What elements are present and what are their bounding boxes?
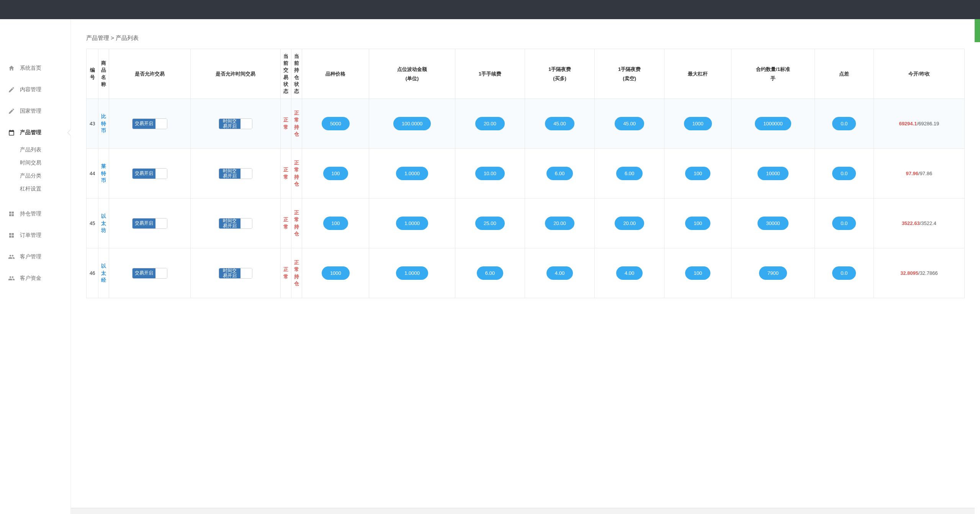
cell-max-leverage: 100 bbox=[664, 199, 731, 248]
overnight-buy-pill[interactable]: 20.00 bbox=[545, 217, 574, 230]
point-pill[interactable]: 100.0000 bbox=[393, 117, 431, 130]
cell-allow-trade: 交易开启 bbox=[109, 149, 190, 199]
leverage-pill[interactable]: 100 bbox=[685, 266, 710, 280]
sidebar-sub-leverage[interactable]: 杠杆设置 bbox=[0, 182, 70, 195]
cell-contract: 1000000 bbox=[731, 99, 815, 149]
cell-overnight-buy: 20.00 bbox=[525, 199, 594, 248]
time-toggle[interactable]: 时间交易开启 bbox=[219, 118, 252, 129]
cell-id: 46 bbox=[87, 248, 98, 298]
cell-fee: 20.00 bbox=[455, 99, 525, 149]
cell-contract: 7900 bbox=[731, 248, 815, 298]
overnight-sell-pill[interactable]: 4.00 bbox=[616, 266, 643, 280]
cell-allow-time: 时间交易开启 bbox=[190, 149, 281, 199]
sidebar-sub-product-list[interactable]: 产品列表 bbox=[0, 143, 70, 156]
fee-pill[interactable]: 20.00 bbox=[475, 117, 505, 130]
cell-name[interactable]: 比特币 bbox=[98, 99, 109, 149]
overnight-sell-pill[interactable]: 20.00 bbox=[615, 217, 644, 230]
trade-toggle[interactable]: 交易开启 bbox=[132, 168, 167, 179]
users-icon bbox=[8, 253, 15, 261]
price-pill[interactable]: 5000 bbox=[322, 117, 350, 130]
sidebar-item-customer[interactable]: 客户管理 bbox=[0, 246, 70, 268]
table-row: 46以太经交易开启时间交易开启正常正常持仓10001.00006.004.004… bbox=[87, 248, 965, 298]
cell-fee: 25.00 bbox=[455, 199, 525, 248]
trade-toggle[interactable]: 交易开启 bbox=[132, 268, 167, 279]
cell-trade-status: 正常 bbox=[281, 199, 291, 248]
cell-open-close: 32.8095/32.7866 bbox=[874, 248, 964, 298]
sidebar-subs-product: 产品列表 时间交易 产品分类 杠杆设置 bbox=[0, 143, 70, 203]
breadcrumb: 产品管理 > 产品列表 bbox=[86, 34, 965, 42]
col-max-leverage: 最大杠杆 bbox=[664, 49, 731, 99]
sidebar-item-content[interactable]: 内容管理 bbox=[0, 79, 70, 100]
main-content: 产品管理 > 产品列表 编号 商品名称 是否允许交易 是否允许时间交易 当前交易… bbox=[71, 19, 980, 514]
table-row: 44莱特币交易开启时间交易开启正常正常持仓1001.000010.006.006… bbox=[87, 149, 965, 199]
sidebar-item-product[interactable]: 产品管理 bbox=[0, 122, 70, 143]
col-id: 编号 bbox=[87, 49, 98, 99]
point-pill[interactable]: 1.0000 bbox=[396, 167, 428, 180]
trade-toggle[interactable]: 交易开启 bbox=[132, 218, 167, 229]
leverage-pill[interactable]: 100 bbox=[685, 217, 710, 230]
overnight-buy-pill[interactable]: 4.00 bbox=[546, 266, 573, 280]
fee-pill[interactable]: 25.00 bbox=[475, 217, 505, 230]
horizontal-scrollbar[interactable] bbox=[71, 508, 975, 514]
spread-pill[interactable]: 0.0 bbox=[832, 117, 856, 130]
sidebar-item-position[interactable]: 持仓管理 bbox=[0, 203, 70, 225]
topbar bbox=[0, 0, 980, 19]
contract-pill[interactable]: 1000000 bbox=[755, 117, 791, 130]
cell-hold-status: 正常持仓 bbox=[291, 149, 302, 199]
cell-name[interactable]: 以太坊 bbox=[98, 199, 109, 248]
fee-pill[interactable]: 6.00 bbox=[477, 266, 503, 280]
spread-pill[interactable]: 0.0 bbox=[832, 167, 856, 180]
sidebar-item-country[interactable]: 国家管理 bbox=[0, 100, 70, 122]
sidebar-item-customer-funds[interactable]: 客户资金 bbox=[0, 268, 70, 289]
cell-id: 44 bbox=[87, 149, 98, 199]
price-pill[interactable]: 100 bbox=[323, 167, 348, 180]
sidebar-sub-time-trade[interactable]: 时间交易 bbox=[0, 156, 70, 169]
cell-point-amount: 1.0000 bbox=[369, 199, 455, 248]
price-pill[interactable]: 1000 bbox=[322, 266, 350, 280]
cell-allow-time: 时间交易开启 bbox=[190, 199, 281, 248]
col-price: 品种价格 bbox=[302, 49, 369, 99]
contract-pill[interactable]: 10000 bbox=[757, 167, 788, 180]
leverage-pill[interactable]: 100 bbox=[685, 167, 710, 180]
col-trade-status: 当前交易状态 bbox=[281, 49, 291, 99]
cell-point-amount: 1.0000 bbox=[369, 248, 455, 298]
contract-pill[interactable]: 30000 bbox=[757, 217, 788, 230]
overnight-buy-pill[interactable]: 45.00 bbox=[545, 117, 574, 130]
spread-pill[interactable]: 0.0 bbox=[832, 266, 856, 280]
cell-hold-status: 正常持仓 bbox=[291, 199, 302, 248]
overnight-sell-pill[interactable]: 45.00 bbox=[615, 117, 644, 130]
cell-spread: 0.0 bbox=[815, 248, 874, 298]
cell-point-amount: 100.0000 bbox=[369, 99, 455, 149]
trade-toggle[interactable]: 交易开启 bbox=[132, 118, 167, 129]
cell-trade-status: 正常 bbox=[281, 149, 291, 199]
time-toggle[interactable]: 时间交易开启 bbox=[219, 268, 252, 279]
sidebar-item-label: 持仓管理 bbox=[20, 210, 41, 217]
cell-name[interactable]: 莱特币 bbox=[98, 149, 109, 199]
point-pill[interactable]: 1.0000 bbox=[396, 266, 428, 280]
spread-pill[interactable]: 0.0 bbox=[832, 217, 856, 230]
overnight-sell-pill[interactable]: 6.00 bbox=[616, 167, 643, 180]
point-pill[interactable]: 1.0000 bbox=[396, 217, 428, 230]
breadcrumb-parent[interactable]: 产品管理 bbox=[86, 34, 109, 41]
sidebar-item-label: 产品管理 bbox=[20, 129, 41, 136]
sidebar-item-label: 客户资金 bbox=[20, 275, 41, 282]
overnight-buy-pill[interactable]: 6.00 bbox=[546, 167, 573, 180]
col-fee: 1手手续费 bbox=[455, 49, 525, 99]
cell-open-close: 97.96/97.86 bbox=[874, 149, 964, 199]
sidebar-item-home[interactable]: 系统首页 bbox=[0, 57, 70, 79]
sidebar-sub-product-category[interactable]: 产品分类 bbox=[0, 169, 70, 182]
time-toggle[interactable]: 时间交易开启 bbox=[219, 168, 252, 179]
cell-price: 5000 bbox=[302, 99, 369, 149]
col-hold-status: 当前持仓状态 bbox=[291, 49, 302, 99]
cell-price: 100 bbox=[302, 199, 369, 248]
contract-pill[interactable]: 7900 bbox=[759, 266, 787, 280]
users-icon bbox=[8, 274, 15, 282]
cell-name[interactable]: 以太经 bbox=[98, 248, 109, 298]
leverage-pill[interactable]: 1000 bbox=[684, 117, 712, 130]
table-row: 45以太坊交易开启时间交易开启正常正常持仓1001.000025.0020.00… bbox=[87, 199, 965, 248]
fee-pill[interactable]: 10.00 bbox=[475, 167, 505, 180]
time-toggle[interactable]: 时间交易开启 bbox=[219, 218, 252, 229]
sidebar-item-order[interactable]: 订单管理 bbox=[0, 225, 70, 246]
edit-icon bbox=[8, 86, 15, 94]
price-pill[interactable]: 100 bbox=[323, 217, 348, 230]
